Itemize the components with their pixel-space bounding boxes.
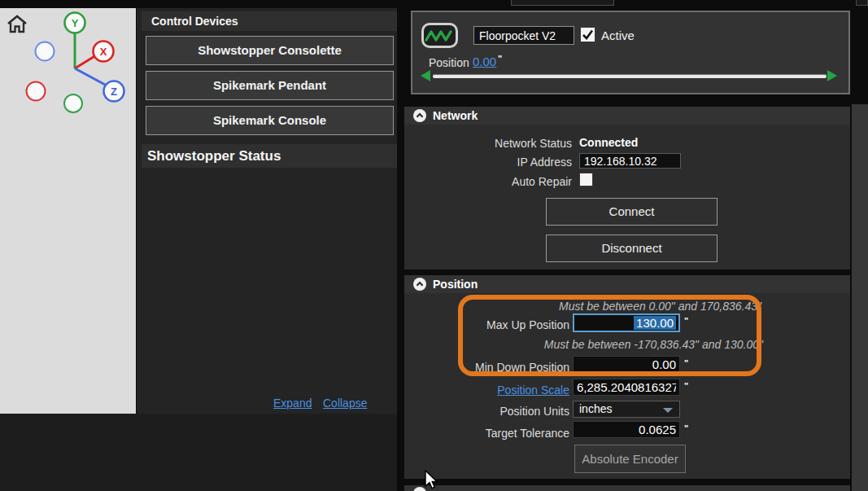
position-section-title: Position	[433, 278, 478, 291]
chevron-down-icon	[663, 408, 673, 413]
absolute-encoder-button[interactable]: Absolute Encoder	[574, 445, 686, 473]
empty-status-area	[0, 414, 397, 491]
auto-repair-label: Auto Repair	[404, 175, 572, 188]
axis-x-label: X	[100, 46, 107, 58]
ip-address-input[interactable]	[579, 153, 681, 169]
network-section-title: Network	[433, 109, 478, 122]
network-section-header[interactable]: Network	[404, 107, 850, 125]
position-slider[interactable]	[433, 74, 827, 78]
position-unit-mark: "	[498, 54, 502, 64]
network-status-label: Network Status	[404, 137, 572, 150]
min-unit-mark: "	[684, 358, 688, 368]
disconnect-button[interactable]: Disconnect	[546, 235, 718, 262]
vertical-scrollbar[interactable]	[852, 104, 868, 491]
collapse-link[interactable]: Collapse	[323, 397, 367, 410]
spikemark-pendant-button[interactable]: Spikemark Pendant	[146, 71, 394, 100]
slider-right-arrow[interactable]	[827, 70, 837, 81]
axis-slot-green	[64, 94, 82, 112]
position-units-dropdown[interactable]: inches	[573, 401, 680, 418]
collapse-chevron-icon[interactable]	[413, 278, 426, 291]
control-devices-header: Control Devices	[142, 11, 397, 31]
min-down-position-input[interactable]	[573, 356, 680, 373]
min-position-hint: Must be between -170,836.43" and 130.00"	[485, 338, 763, 351]
motor-waveform-icon[interactable]	[421, 23, 458, 48]
position-scale-row-label: Position Scale	[399, 384, 569, 397]
dropdown-selected-value: inches	[579, 402, 612, 415]
position-section-header[interactable]: Position	[404, 275, 850, 293]
max-position-hint: Must be between 0.00" and 170,836.43"	[488, 300, 761, 313]
slider-left-arrow[interactable]	[421, 70, 430, 81]
target-tolerance-label: Target Tolerance	[399, 427, 569, 440]
topbar-partial-control-right	[856, 0, 868, 6]
next-section-header[interactable]	[404, 485, 850, 491]
max-up-position-input[interactable]: 130.00	[573, 313, 680, 332]
ip-address-label: IP Address	[404, 156, 572, 169]
motor-panel	[411, 11, 850, 94]
app-window: Y X Z Control Devices Showstopper Consol…	[0, 0, 868, 491]
scale-unit-mark: "	[684, 381, 688, 391]
connect-button[interactable]: Connect	[546, 198, 718, 226]
axis-slot-red	[27, 82, 46, 101]
expand-link[interactable]: Expand	[273, 397, 312, 410]
selected-text: 130.00	[634, 316, 676, 330]
active-label: Active	[601, 28, 635, 42]
active-checkbox[interactable]	[580, 27, 595, 42]
network-status-value: Connected	[579, 136, 638, 149]
max-unit-mark: "	[684, 316, 688, 326]
navigation-panel: Y X Z	[0, 8, 136, 414]
motor-name-input[interactable]	[473, 26, 574, 45]
axis-diagram: Y X Z	[0, 8, 136, 126]
max-up-position-label: Max Up Position	[399, 318, 569, 331]
showstopper-consolette-button[interactable]: Showstopper Consolette	[146, 36, 394, 65]
position-scale-input[interactable]	[573, 379, 680, 396]
position-scale-link[interactable]: Position Scale	[497, 384, 569, 397]
spikemark-console-button[interactable]: Spikemark Console	[146, 106, 394, 135]
control-devices-panel: Control Devices Showstopper Consolette S…	[137, 8, 397, 414]
auto-repair-checkbox[interactable]	[579, 173, 593, 186]
position-label: Position	[429, 56, 469, 69]
tolerance-unit-mark: "	[684, 423, 688, 433]
position-units-label: Position Units	[399, 405, 569, 418]
collapse-chevron-icon[interactable]	[413, 109, 426, 122]
axis-z-label: Z	[111, 85, 117, 98]
axis-slot-blue	[36, 42, 55, 61]
axis-y-label: Y	[72, 17, 79, 29]
showstopper-status-header: Showstopper Status	[142, 144, 397, 168]
collapse-chevron-icon	[413, 487, 426, 491]
position-value-link[interactable]: 0.00	[473, 55, 496, 68]
min-down-position-label: Min Down Position	[399, 361, 569, 374]
check-icon	[581, 28, 595, 42]
target-tolerance-input[interactable]	[573, 421, 680, 438]
topbar-partial-control	[511, 0, 614, 6]
